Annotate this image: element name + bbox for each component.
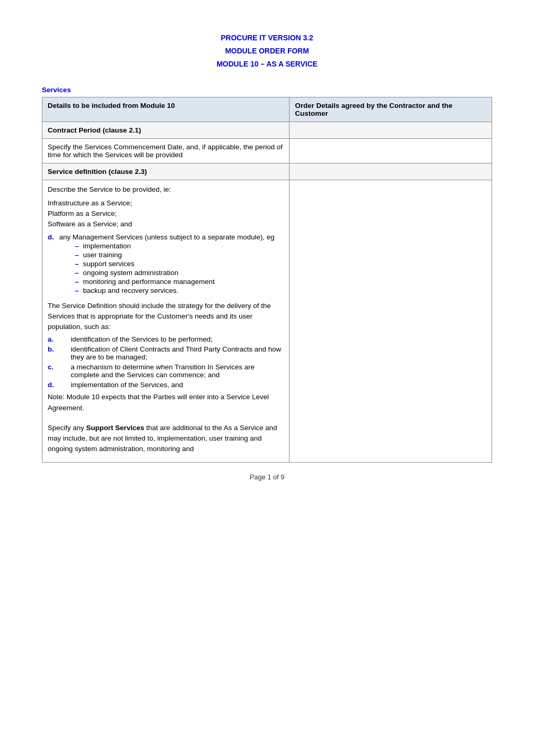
- table-row: Contract Period (clause 2.1): [42, 122, 492, 138]
- table-row: Specify the Services Commencement Date, …: [42, 138, 492, 163]
- dash-text-5: backup and recovery services.: [83, 287, 179, 294]
- dash-symbol: –: [75, 287, 79, 294]
- header-line1: PROCURE IT VERSION 3.2: [42, 31, 492, 45]
- dash-item-1: – user training: [75, 251, 284, 259]
- service-intro: Describe the Service to be provided, ie:: [48, 184, 284, 195]
- spacer: [48, 294, 284, 301]
- table-row: Service definition (clause 2.3): [42, 163, 492, 180]
- dash-item-0: – implementation: [75, 242, 284, 250]
- dash-symbol: –: [75, 242, 79, 250]
- col2-header: Order Details agreed by the Contractor a…: [290, 97, 492, 122]
- line-platform: Platform as a Service;: [48, 209, 284, 219]
- page-footer: Page 1 of 9: [42, 473, 492, 481]
- dash-text-4: monitoring and performance management: [83, 278, 215, 286]
- dash-symbol: –: [75, 269, 79, 277]
- support-intro: Specify any: [48, 424, 86, 432]
- list-item-d2: d. implementation of the Services, and: [48, 381, 284, 389]
- page-container: PROCURE IT VERSION 3.2 MODULE ORDER FORM…: [0, 0, 534, 756]
- header-line2: MODULE ORDER FORM: [42, 45, 492, 58]
- paragraph2: The Service Definition should include th…: [48, 301, 284, 333]
- dash-item-2: – support services: [75, 260, 284, 268]
- dash-item-3: – ongoing system administration: [75, 269, 284, 277]
- service-lines: Infrastructure as a Service; Platform as…: [48, 198, 284, 230]
- table-row: Describe the Service to be provided, ie:…: [42, 180, 492, 462]
- support-services-block: Specify any Support Services that are ad…: [48, 423, 284, 455]
- contract-period-value: [290, 122, 492, 138]
- c-text: a mechanism to determine when Transition…: [71, 363, 284, 379]
- dash-item-4: – monitoring and performance management: [75, 278, 284, 286]
- a-label: a.: [48, 335, 56, 343]
- main-table: Details to be included from Module 10 Or…: [42, 97, 492, 463]
- contract-period-label: Contract Period (clause 2.1): [42, 122, 290, 138]
- list-item-b: b. identification of Client Contracts an…: [48, 345, 284, 361]
- service-definition-value: [290, 163, 492, 180]
- contract-period-content: Specify the Services Commencement Date, …: [42, 138, 290, 163]
- service-definition-order: [290, 180, 492, 462]
- dash-text-3: ongoing system administration: [83, 269, 179, 277]
- contract-period-order: [290, 138, 492, 163]
- dash-symbol: –: [75, 260, 79, 268]
- section-label: Services: [42, 86, 492, 94]
- support-bold: Support Services: [86, 424, 144, 432]
- service-definition-content: Describe the Service to be provided, ie:…: [42, 180, 290, 462]
- dash-items-container: – implementation – user training – suppo…: [59, 242, 284, 294]
- dash-text-2: support services: [83, 260, 135, 268]
- dash-text-0: implementation: [83, 242, 131, 250]
- c-label: c.: [48, 363, 56, 371]
- list-item-c: c. a mechanism to determine when Transit…: [48, 363, 284, 379]
- a-text: identification of the Services to be per…: [71, 335, 284, 343]
- footer-text: Page 1 of 9: [250, 473, 285, 481]
- b-text: identification of Client Contracts and T…: [71, 345, 284, 361]
- dash-text-1: user training: [83, 251, 122, 259]
- d2-text: implementation of the Services, and: [71, 381, 284, 389]
- d-text: any Management Services (unless subject …: [59, 233, 284, 241]
- note-text: Note: Module 10 expects that the Parties…: [48, 392, 284, 413]
- dash-item-5: – backup and recovery services.: [75, 287, 284, 294]
- line-software: Software as a Service; and: [48, 219, 284, 229]
- line-infrastructure: Infrastructure as a Service;: [48, 198, 284, 209]
- list-item-a: a. identification of the Services to be …: [48, 335, 284, 343]
- spacer2: [48, 417, 284, 423]
- b-label: b.: [48, 345, 56, 353]
- d2-label: d.: [48, 381, 56, 389]
- service-definition-label: Service definition (clause 2.3): [42, 163, 290, 180]
- dash-symbol: –: [75, 278, 79, 286]
- d-label: d.: [48, 233, 56, 241]
- service-intro-text: Describe the Service to be provided, ie:: [48, 185, 171, 193]
- list-item-d: d. any Management Services (unless subje…: [48, 233, 284, 241]
- col1-header: Details to be included from Module 10: [42, 97, 290, 122]
- header-line3: MODULE 10 – AS A SERVICE: [42, 58, 492, 71]
- dash-symbol: –: [75, 251, 79, 259]
- page-header: PROCURE IT VERSION 3.2 MODULE ORDER FORM…: [42, 31, 492, 71]
